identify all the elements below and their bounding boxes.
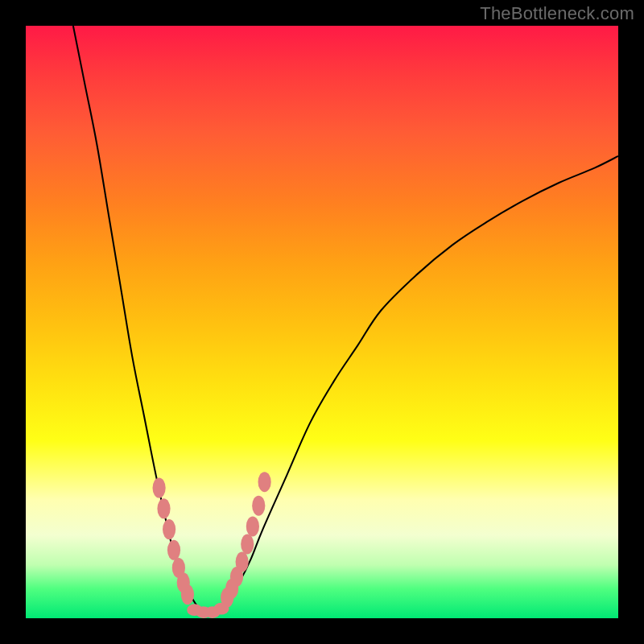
plot-area	[26, 26, 618, 618]
curve-right	[216, 156, 618, 613]
valley-marker	[181, 584, 194, 605]
valley-marker	[153, 478, 166, 498]
valley-marker	[252, 496, 265, 516]
valley-marker	[163, 519, 175, 539]
valley-marker	[258, 472, 271, 492]
watermark-text: TheBottleneck.com	[480, 3, 634, 24]
valley-marker	[236, 552, 249, 572]
valley-marker	[246, 516, 259, 536]
valley-marker	[157, 498, 170, 518]
valley-marker	[241, 534, 254, 554]
chart-overlay	[26, 26, 618, 618]
curve-left	[73, 26, 204, 613]
valley-markers	[153, 472, 271, 618]
valley-marker	[167, 540, 180, 560]
chart-frame: TheBottleneck.com	[0, 0, 644, 644]
valley-marker	[213, 603, 229, 615]
